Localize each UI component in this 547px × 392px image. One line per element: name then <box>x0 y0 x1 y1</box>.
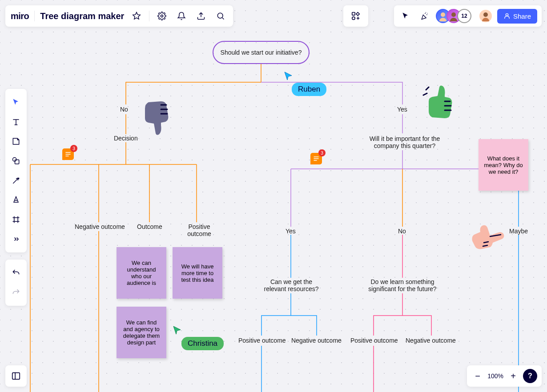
svg-point-1 <box>218 13 223 18</box>
node-decision[interactable]: Decision <box>114 135 138 142</box>
upload-icon[interactable] <box>194 9 208 23</box>
svg-rect-10 <box>12 373 20 380</box>
sticky-text: We can understand who our audience is <box>121 260 162 286</box>
node-maybe[interactable]: Maybe <box>509 228 528 235</box>
share-button[interactable]: Share <box>497 9 537 24</box>
pointing-hand-reaction[interactable] <box>471 221 505 253</box>
shape-tool[interactable] <box>7 152 25 170</box>
text-tool[interactable] <box>7 113 25 131</box>
comment-badge[interactable]: 3 <box>310 153 322 164</box>
sticky-agency[interactable]: We can find and agency to delegate them … <box>117 307 166 358</box>
select-tool[interactable] <box>7 93 25 111</box>
thumbs-down-reaction[interactable] <box>141 99 172 139</box>
node-yes2[interactable]: Yes <box>286 228 296 235</box>
svg-point-7 <box>506 14 508 16</box>
header-left: miro Tree diagram maker <box>5 5 233 27</box>
confetti-icon[interactable] <box>417 9 431 23</box>
sticky-text: We can find and agency to delegate them … <box>121 319 162 346</box>
thumbs-up-reaction[interactable] <box>422 85 454 123</box>
board-title[interactable]: Tree diagram maker <box>40 11 124 21</box>
zoom-level[interactable]: 100% <box>487 372 503 380</box>
svg-point-3 <box>352 17 355 20</box>
svg-rect-8 <box>15 160 19 164</box>
left-toolbar <box>5 89 27 252</box>
separator <box>149 11 149 21</box>
root-node[interactable]: Should we start our initiative? <box>213 41 310 64</box>
zoom-panel: − 100% + ? <box>467 365 542 387</box>
svg-point-0 <box>161 15 163 17</box>
frame-tool[interactable] <box>7 211 25 228</box>
sticky-audience[interactable]: We can understand who our audience is <box>117 247 166 299</box>
comment-count: 3 <box>318 149 326 156</box>
user-avatar[interactable] <box>479 9 493 23</box>
share-label: Share <box>513 12 531 20</box>
panel-toggle[interactable] <box>5 365 27 387</box>
zoom-in-button[interactable]: + <box>507 370 519 382</box>
zoom-out-button[interactable]: − <box>471 370 484 382</box>
comment-badge[interactable]: 3 <box>62 148 74 160</box>
header-right: 12 Share <box>394 5 542 27</box>
node-outcome[interactable]: Outcome <box>137 223 162 230</box>
ruben-tag: Ruben <box>292 83 326 96</box>
redo-button[interactable] <box>7 284 25 301</box>
separator <box>34 11 35 21</box>
bell-icon[interactable] <box>174 9 189 23</box>
cursor-icon[interactable] <box>398 9 413 23</box>
root-text: Should we start our initiative? <box>221 49 302 56</box>
sticky-text: What does it mean? Why do we need it? <box>483 155 524 175</box>
undo-redo-panel <box>5 260 27 306</box>
christina-tag: Christina <box>181 337 224 350</box>
node-no2[interactable]: No <box>398 228 406 235</box>
sticky-tool[interactable] <box>7 132 25 150</box>
node-neg-outcome[interactable]: Negative outcome <box>75 223 125 230</box>
christina-cursor <box>173 325 182 337</box>
node-important[interactable]: Will it be important for the company thi… <box>360 135 449 149</box>
avatar-count[interactable]: 12 <box>457 9 471 23</box>
more-tools[interactable] <box>7 230 25 248</box>
node-learn[interactable]: Do we learn something significant for th… <box>367 278 438 292</box>
settings-icon[interactable] <box>155 9 169 23</box>
logo[interactable]: miro <box>11 11 29 21</box>
svg-point-4 <box>441 12 445 17</box>
help-button[interactable]: ? <box>523 369 537 383</box>
node-neg2[interactable]: Negative outcome <box>291 337 342 344</box>
comment-count: 3 <box>70 145 77 152</box>
pen-tool[interactable] <box>7 191 25 209</box>
node-neg3[interactable]: Negative outcome <box>406 337 456 344</box>
svg-point-9 <box>13 158 16 161</box>
search-icon[interactable] <box>213 9 228 23</box>
apps-button[interactable] <box>343 5 368 27</box>
svg-point-5 <box>451 12 456 17</box>
arrow-tool[interactable] <box>7 172 25 189</box>
node-no[interactable]: No <box>120 106 128 113</box>
node-pos-outcome[interactable]: Positive outcome <box>186 223 213 237</box>
node-pos2[interactable]: Positive outcome <box>238 337 286 344</box>
svg-rect-2 <box>352 12 355 15</box>
sticky-meaning[interactable]: What does it mean? Why do we need it? <box>479 139 528 191</box>
node-yes[interactable]: Yes <box>397 106 407 113</box>
avatars[interactable]: 12 <box>436 9 471 23</box>
ruben-cursor <box>284 71 294 83</box>
node-pos3[interactable]: Positive outcome <box>350 337 398 344</box>
star-icon[interactable] <box>129 9 144 23</box>
sticky-time[interactable]: We will have more time to test this idea <box>173 247 222 299</box>
undo-button[interactable] <box>7 264 25 282</box>
sticky-text: We will have more time to test this idea <box>177 263 218 283</box>
node-resources[interactable]: Can we get the relevant resources? <box>262 278 320 292</box>
svg-point-6 <box>483 12 488 17</box>
